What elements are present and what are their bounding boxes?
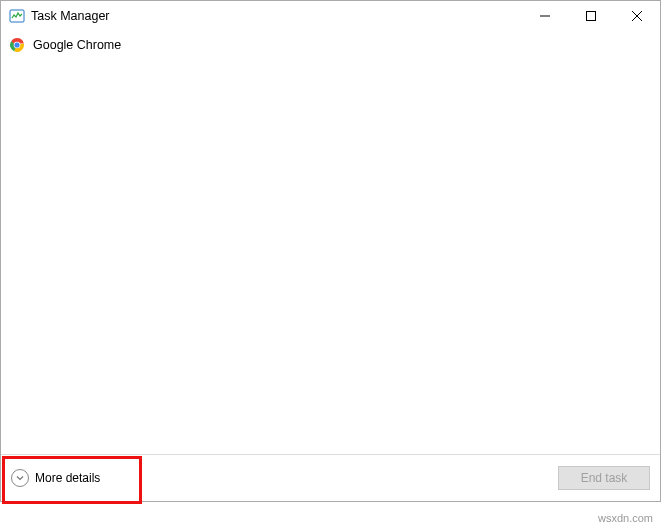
svg-rect-2 (587, 12, 596, 21)
window-title: Task Manager (31, 9, 110, 23)
end-task-button[interactable]: End task (558, 466, 650, 490)
task-manager-icon (9, 8, 25, 24)
task-manager-window: Task Manager (0, 0, 661, 502)
footer: More details End task (1, 454, 660, 501)
close-button[interactable] (614, 1, 660, 31)
more-details-label: More details (35, 471, 100, 485)
minimize-button[interactable] (522, 1, 568, 31)
process-list[interactable]: Google Chrome (1, 31, 660, 454)
process-row[interactable]: Google Chrome (9, 34, 652, 56)
titlebar: Task Manager (1, 1, 660, 31)
chrome-icon (9, 37, 25, 53)
chevron-down-icon (11, 469, 29, 487)
window-controls (522, 1, 660, 31)
process-name: Google Chrome (33, 38, 121, 52)
svg-point-7 (14, 42, 19, 47)
watermark: wsxdn.com (598, 512, 653, 524)
more-details-button[interactable]: More details (7, 465, 108, 491)
maximize-button[interactable] (568, 1, 614, 31)
